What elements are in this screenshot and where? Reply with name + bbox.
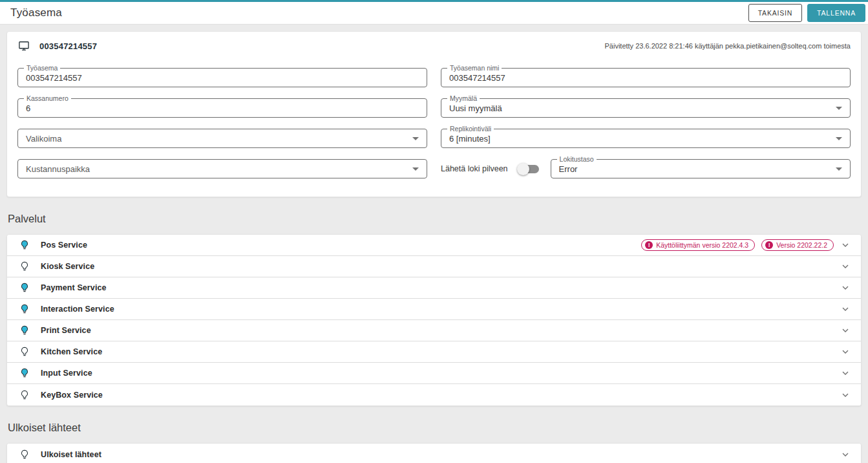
service-row-right bbox=[840, 390, 851, 400]
lightbulb-icon bbox=[19, 346, 30, 358]
caret-down-icon bbox=[836, 107, 842, 110]
workstation-card-header: 003547214557 Päivitetty 23.6.2022 8:21:4… bbox=[17, 39, 851, 52]
version-badge: ! Versio 2202.22.2 bbox=[761, 239, 834, 251]
service-row-right bbox=[840, 283, 851, 293]
service-row-right bbox=[840, 325, 851, 336]
kustannuspaikka-select[interactable]: Kustannuspaikka bbox=[17, 159, 427, 178]
lightbulb-icon bbox=[19, 449, 30, 460]
kassanumero-value: 6 bbox=[26, 103, 419, 113]
lightbulb-icon bbox=[19, 261, 30, 272]
external-sources-list: Ulkoiset lähteet bbox=[6, 443, 862, 463]
chevron-down-icon[interactable] bbox=[840, 304, 851, 314]
main-content: 003547214557 Päivitetty 23.6.2022 8:21:4… bbox=[0, 25, 868, 463]
external-sources-heading: Ulkoiset lähteet bbox=[8, 422, 862, 434]
service-row-right bbox=[840, 261, 851, 272]
save-button[interactable]: TALLENNA bbox=[807, 4, 865, 22]
service-name: Interaction Service bbox=[41, 305, 114, 314]
toggle-knob bbox=[517, 163, 529, 175]
caret-down-icon bbox=[836, 167, 842, 171]
lokitustaso-label: Lokitustaso bbox=[557, 155, 597, 163]
top-app-bar: Työasema TAKAISIN TALLENNA bbox=[0, 0, 868, 25]
laheta-loki-toggle[interactable] bbox=[520, 165, 539, 173]
service-row-right bbox=[840, 368, 851, 378]
services-heading: Palvelut bbox=[8, 213, 862, 225]
lokitustaso-value: Error bbox=[559, 164, 831, 174]
external-sources-row[interactable]: Ulkoiset lähteet bbox=[7, 444, 861, 463]
kassanumero-field[interactable]: Kassanumero 6 bbox=[17, 98, 427, 118]
chevron-down-icon[interactable] bbox=[840, 347, 851, 357]
service-name: Pos Service bbox=[41, 241, 87, 250]
workstation-id: 003547214557 bbox=[39, 41, 97, 51]
service-row-right bbox=[840, 347, 851, 357]
monitor-icon bbox=[17, 39, 30, 52]
back-button[interactable]: TAKAISIN bbox=[748, 4, 802, 22]
service-name: Kiosk Service bbox=[41, 262, 94, 271]
version-badge: ! Käyttöliittymän versio 2202.4.3 bbox=[641, 239, 755, 251]
kustannuspaikka-placeholder: Kustannuspaikka bbox=[26, 164, 407, 174]
chevron-down-icon[interactable] bbox=[840, 390, 851, 400]
service-row-print[interactable]: Print Service bbox=[7, 320, 861, 341]
service-row-right: ! Käyttöliittymän versio 2202.4.3 ! Vers… bbox=[641, 239, 851, 251]
service-row-pos[interactable]: Pos Service ! Käyttöliittymän versio 220… bbox=[7, 235, 861, 256]
caret-down-icon bbox=[412, 137, 419, 140]
lightbulb-icon bbox=[19, 367, 30, 379]
caret-down-icon bbox=[412, 167, 419, 171]
tyoasema-value: 003547214557 bbox=[26, 73, 419, 83]
myymala-label: Myymälä bbox=[447, 94, 480, 102]
valikoima-select[interactable]: Valikoima bbox=[17, 129, 427, 148]
service-row-kitchen[interactable]: Kitchen Service bbox=[7, 341, 861, 363]
myymala-select[interactable]: Myymälä Uusi myymälä bbox=[441, 98, 851, 118]
valikoima-placeholder: Valikoima bbox=[26, 134, 407, 144]
service-row-kiosk[interactable]: Kiosk Service bbox=[7, 256, 861, 277]
chevron-down-icon[interactable] bbox=[840, 283, 851, 293]
lightbulb-icon bbox=[19, 239, 30, 251]
service-row-right bbox=[840, 304, 851, 314]
service-name: Print Service bbox=[41, 326, 91, 335]
chevron-down-icon[interactable] bbox=[840, 368, 851, 378]
lightbulb-icon bbox=[19, 389, 30, 401]
service-row-right bbox=[840, 449, 851, 460]
workstation-form: Työasema 003547214557 Työaseman nimi 003… bbox=[17, 68, 851, 178]
service-row-input[interactable]: Input Service bbox=[7, 363, 861, 384]
myymala-value: Uusi myymälä bbox=[449, 103, 831, 113]
laheta-loki-label: Lähetä loki pilveen bbox=[441, 164, 508, 173]
replikointivali-label: Replikointiväli bbox=[447, 125, 494, 133]
caret-down-icon bbox=[836, 137, 842, 140]
chevron-down-icon[interactable] bbox=[840, 325, 851, 336]
service-row-payment[interactable]: Payment Service bbox=[7, 277, 861, 299]
chevron-down-icon[interactable] bbox=[840, 261, 851, 272]
lokitustaso-select[interactable]: Lokitustaso Error bbox=[551, 159, 851, 178]
tyoasema-label: Työasema bbox=[24, 64, 60, 72]
kassanumero-label: Kassanumero bbox=[24, 94, 71, 102]
workstation-card: 003547214557 Päivitetty 23.6.2022 8:21:4… bbox=[6, 31, 862, 197]
chevron-down-icon[interactable] bbox=[840, 449, 851, 460]
page-title: Työasema bbox=[10, 6, 62, 19]
service-name: Kitchen Service bbox=[41, 347, 102, 356]
lightbulb-icon bbox=[19, 303, 30, 315]
lightbulb-icon bbox=[19, 325, 30, 336]
badge-text: Käyttöliittymän versio 2202.4.3 bbox=[656, 241, 748, 249]
tyoaseman-nimi-value: 003547214557 bbox=[449, 73, 842, 83]
service-name: Payment Service bbox=[41, 283, 107, 292]
lightbulb-icon bbox=[19, 282, 30, 294]
badge-text: Versio 2202.22.2 bbox=[776, 241, 827, 249]
chevron-down-icon[interactable] bbox=[840, 240, 851, 250]
service-row-interaction[interactable]: Interaction Service bbox=[7, 299, 861, 320]
tyoaseman-nimi-label: Työaseman nimi bbox=[447, 64, 502, 72]
tyoasema-field[interactable]: Työasema 003547214557 bbox=[17, 68, 427, 87]
service-name: Input Service bbox=[41, 369, 92, 378]
workstation-identity: 003547214557 bbox=[17, 39, 97, 52]
log-settings-cell: Lähetä loki pilveen Lokitustaso Error bbox=[441, 159, 851, 178]
error-icon: ! bbox=[765, 241, 773, 249]
tyoaseman-nimi-field[interactable]: Työaseman nimi 003547214557 bbox=[441, 68, 851, 87]
updated-info: Päivitetty 23.6.2022 8:21:46 käyttäjän p… bbox=[604, 42, 851, 50]
service-row-keybox[interactable]: KeyBox Service bbox=[7, 384, 861, 405]
services-list: Pos Service ! Käyttöliittymän versio 220… bbox=[6, 234, 862, 406]
replikointivali-value: 6 [minutes] bbox=[449, 134, 831, 144]
topbar-actions: TAKAISIN TALLENNA bbox=[748, 4, 865, 22]
external-source-name: Ulkoiset lähteet bbox=[41, 450, 101, 459]
replikointivali-select[interactable]: Replikointiväli 6 [minutes] bbox=[441, 129, 851, 148]
error-icon: ! bbox=[645, 241, 653, 249]
service-name: KeyBox Service bbox=[41, 391, 103, 400]
